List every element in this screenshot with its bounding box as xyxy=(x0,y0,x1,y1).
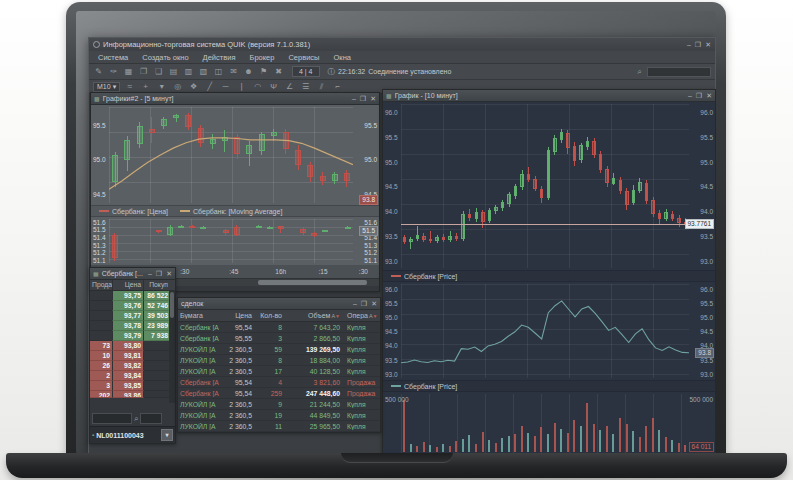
arc-icon[interactable]: ◠ xyxy=(252,82,263,92)
right-chart-price-pane[interactable]: 96.096.095.595.595.095.094.594.594.094.0… xyxy=(383,102,715,270)
column-header[interactable]: ОбъемА▼ xyxy=(284,312,342,319)
timeframe-select[interactable]: М10 ▾ xyxy=(93,82,120,92)
column-header[interactable]: Прода xyxy=(90,280,112,290)
pitchfork-icon[interactable]: Ψ xyxy=(268,82,279,92)
close-button[interactable]: ✕ xyxy=(706,91,712,100)
menu-item[interactable]: Окна xyxy=(328,52,357,63)
menu-item[interactable]: Создать окно xyxy=(136,52,194,63)
window-icon[interactable]: ❏ xyxy=(153,67,164,76)
dropdown-button[interactable]: ▾ xyxy=(161,429,173,441)
stop-order-icon[interactable]: ✖ xyxy=(273,67,284,76)
restore-button[interactable]: ❐ xyxy=(361,299,367,308)
trades-row[interactable]: ЛУКОЙЛ [А2 360,5921 244,50Купля xyxy=(178,399,380,410)
orderbook-row-buy[interactable]: 93,7652 746 xyxy=(90,301,175,311)
minimize-button[interactable]: – xyxy=(687,40,691,49)
target-icon[interactable]: ◎ xyxy=(172,82,183,92)
column-header[interactable]: Покуп xyxy=(144,280,170,290)
chart-window-icon[interactable]: ▧ xyxy=(198,67,209,76)
minimize-button[interactable]: – xyxy=(352,94,356,103)
orders-icon[interactable]: ⚑ xyxy=(258,67,269,76)
orderbook-row-sell[interactable]: 1093,81 xyxy=(90,351,175,361)
column-header[interactable]: Цена xyxy=(224,312,254,319)
candles-plot xyxy=(401,104,689,268)
y-axis-label: 93.0 xyxy=(385,371,398,379)
channel-icon[interactable]: ⫽ xyxy=(316,82,327,92)
price-cell: 2 360,5 xyxy=(224,368,254,375)
price-input[interactable] xyxy=(140,413,162,424)
message-icon[interactable]: ✉ xyxy=(228,67,239,76)
trend-line-icon[interactable]: ╱ xyxy=(204,82,215,92)
orderbook-row-buy[interactable]: 93,797 938 xyxy=(90,331,175,341)
column-header[interactable]: ОпераА▼ xyxy=(342,312,380,319)
vertical-line-icon[interactable]: ❘ xyxy=(236,82,247,92)
menu-item[interactable]: Брокер xyxy=(243,52,280,63)
vertical-scrollbar[interactable] xyxy=(169,290,175,403)
edit-icon[interactable]: ✎ xyxy=(93,67,104,76)
minimize-button[interactable]: – xyxy=(353,299,357,308)
orderbook-row-buy[interactable]: 93,7739 503 xyxy=(90,311,175,321)
menu-item[interactable]: Сервисы xyxy=(282,52,325,63)
copy-window-icon[interactable]: ◫ xyxy=(213,67,224,76)
column-header[interactable]: Бумага xyxy=(178,312,224,319)
quantity-input[interactable] xyxy=(92,413,132,424)
volume-cell: 2 866,50 xyxy=(284,335,342,342)
orderbook-row-sell[interactable]: 20293,86 xyxy=(90,391,175,398)
close-button[interactable]: ✕ xyxy=(371,299,377,308)
restore-button[interactable]: ❐ xyxy=(156,269,162,278)
key-icon[interactable]: ✑ xyxy=(108,67,119,76)
candle-body xyxy=(520,174,524,188)
wave-icon[interactable]: ≈ xyxy=(124,82,135,92)
trades-row[interactable]: Сбербанк [А95,5443 821,60Продажа xyxy=(178,377,380,388)
candle-body xyxy=(468,214,472,218)
trades-row[interactable]: Сбербанк [А95,5532 866,50Купля xyxy=(178,333,380,344)
trades-row[interactable]: ЛУКОЙЛ [А2 360,5818 884,00Купля xyxy=(178,355,380,366)
column-header[interactable]: Кол-во xyxy=(254,312,284,319)
trades-row[interactable]: ЛУКОЙЛ [А2 360,51740 128,50Купля xyxy=(178,366,380,377)
close-button[interactable]: ✕ xyxy=(370,94,376,103)
cursor-mode-icon[interactable]: ▾ xyxy=(156,82,167,92)
right-chart-line-pane[interactable]: 96.096.095.595.595.095.094.594.594.094.0… xyxy=(383,282,715,380)
left-chart-second-pane[interactable]: 51.651.651.551.551.451.451.351.351.251.2… xyxy=(91,217,379,265)
bars-icon[interactable]: ☰ xyxy=(300,82,311,92)
orderbook-row-sell[interactable]: 7393,80 xyxy=(90,341,175,351)
minimize-button[interactable]: – xyxy=(148,269,152,278)
minimize-button[interactable]: – xyxy=(688,91,692,100)
orderbook-row-buy[interactable]: 93,7823 989 xyxy=(90,321,175,331)
restore-button[interactable]: ❐ xyxy=(696,91,702,100)
orderbook-row-sell[interactable]: 393,85 xyxy=(90,381,175,391)
search-icon[interactable]: ⌕ xyxy=(634,67,645,77)
menu-item[interactable]: Действия xyxy=(197,52,242,63)
tile-windows-icon[interactable]: ❐ xyxy=(138,67,149,76)
search-input[interactable] xyxy=(647,67,711,77)
right-chart-volume-pane[interactable]: 500 000500 00064 011 xyxy=(383,392,715,454)
menu-item[interactable]: Система xyxy=(92,52,134,63)
trades-row[interactable]: Сбербанк [А95,5487 643,20Купля xyxy=(178,322,380,333)
trades-row[interactable]: ЛУКОЙЛ [А2 360,559139 269,50Купля xyxy=(178,344,380,355)
orderbook-row-sell[interactable]: 293,84 xyxy=(90,371,175,381)
restore-button[interactable]: ❐ xyxy=(695,40,701,49)
restore-button[interactable]: ❐ xyxy=(360,94,366,103)
quotes-table-icon[interactable]: ▤ xyxy=(168,67,179,76)
horizontal-line-icon[interactable]: ─ xyxy=(220,82,231,92)
close-button[interactable]: ✕ xyxy=(166,269,172,278)
volume-bar xyxy=(580,426,582,452)
search-icon[interactable]: ⌕ xyxy=(134,413,138,424)
layout-icon[interactable]: ▥ xyxy=(183,67,194,76)
corner-icon[interactable]: ⌐ xyxy=(332,82,343,92)
orderbook-row-sell[interactable]: 2693,82 xyxy=(90,361,175,371)
trades-row[interactable]: ЛУКОЙЛ [А2 360,51944 849,50Купля xyxy=(178,410,380,421)
client-icon[interactable]: ☻ xyxy=(243,67,254,76)
scrollbar-thumb[interactable] xyxy=(170,292,174,318)
new-table-icon[interactable]: ▦ xyxy=(123,67,134,76)
close-button[interactable]: ✕ xyxy=(705,40,711,49)
orderbook-row-buy[interactable]: 93,7586 522 xyxy=(90,291,175,301)
left-chart-price-pane[interactable]: 95.595.595.095.094.594.593.8 xyxy=(91,105,379,205)
angle-icon[interactable]: ∠ xyxy=(284,82,295,92)
hand-icon[interactable]: ❖ xyxy=(188,82,199,92)
column-header[interactable]: Цена xyxy=(112,280,144,290)
trades-row[interactable]: Сбербанк [А95,54259247 448,60Продажа xyxy=(178,388,380,399)
trades-row[interactable]: ЛУКОЙЛ [А2 360,51125 965,50Купля xyxy=(178,421,380,432)
instrument-selector[interactable]: ▪ NL0011100043 ▾ xyxy=(90,426,175,443)
crosshair-icon[interactable]: + xyxy=(140,82,151,92)
scrollbar-thumb[interactable] xyxy=(258,280,367,285)
